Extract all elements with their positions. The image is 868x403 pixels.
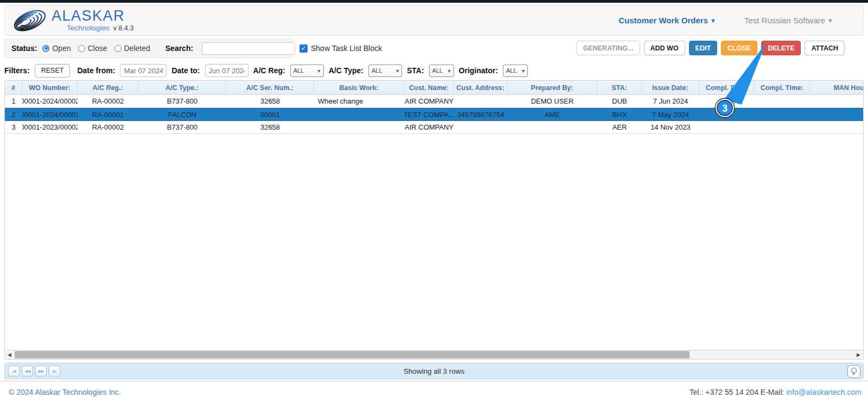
generating-button[interactable]: GENERATING...: [577, 41, 640, 55]
nav-customer-work-orders[interactable]: Customer Work Orders▼: [618, 16, 716, 25]
col-header[interactable]: Cust. Address:: [454, 81, 507, 94]
table-cell: AIR COMPANY: [404, 121, 454, 133]
user-menu-label: Test Russian Software: [744, 16, 825, 25]
table-cell: DUB: [597, 95, 642, 107]
table-cell: [810, 95, 864, 107]
scrollbar-thumb[interactable]: [15, 351, 690, 359]
filters-label: Filters:: [4, 66, 30, 75]
date-from-label: Date from:: [77, 66, 115, 75]
col-header[interactable]: #: [5, 81, 22, 94]
a-c-type-select[interactable]: ALL▾: [368, 65, 402, 77]
col-header[interactable]: A/C Type.:: [138, 81, 226, 94]
chevron-down-icon: ▼: [710, 17, 716, 24]
col-header[interactable]: A/C Ser. Num.:: [226, 81, 314, 94]
table-cell: 3: [5, 121, 22, 133]
status-option-label: Deleted: [124, 44, 150, 53]
action-button-group: GENERATING...ADD WOEDITCLOSEDELETEATTACH: [577, 41, 845, 55]
col-header[interactable]: Prepared By:: [507, 81, 597, 94]
chevron-down-icon: ▾: [396, 68, 399, 74]
table-cell: [810, 121, 864, 133]
table-cell: 32658: [226, 121, 314, 133]
reset-filters-button[interactable]: RESET: [35, 64, 71, 78]
col-header[interactable]: Basic Work:: [314, 81, 404, 94]
table-row[interactable]: 200001-2024/00001RA-00001FALCON00001TEST…: [5, 108, 864, 121]
header-bar: ALASKAR Technologies v 8.4.3 Customer Wo…: [4, 5, 864, 36]
col-header[interactable]: WO Number:: [22, 81, 78, 94]
originator-select[interactable]: ALL▾: [503, 65, 528, 77]
edit-button[interactable]: EDIT: [689, 41, 717, 55]
table-row[interactable]: 100001-2024/00002RA-00002B737-80032658Wh…: [5, 95, 864, 108]
col-header[interactable]: Issue Date:: [642, 81, 699, 94]
scroll-left-arrow-icon[interactable]: ◀: [5, 350, 14, 359]
col-header[interactable]: STA:: [597, 81, 642, 94]
table-cell: DEMO USER: [507, 95, 597, 107]
table-cell: FALCON: [138, 108, 226, 120]
col-header[interactable]: A/C Reg.:: [78, 81, 138, 94]
sta-select[interactable]: ALL▾: [429, 65, 454, 77]
copyright-link[interactable]: © 2024 Alaskar Technologies Inc.: [9, 388, 121, 396]
search-input[interactable]: [202, 42, 295, 55]
table-cell: B737-800: [138, 95, 226, 107]
table-cell: [454, 95, 507, 107]
table-cell: 7 Jun 2024: [642, 95, 699, 107]
delete-button[interactable]: DELETE: [761, 41, 801, 55]
select-value: ALL: [293, 67, 304, 74]
horizontal-scrollbar[interactable]: ◀ ▶: [5, 350, 863, 359]
col-header[interactable]: Compl. Time:: [755, 81, 810, 94]
date-from-input[interactable]: [120, 64, 167, 77]
select-value: ALL: [432, 67, 443, 74]
date-to-input[interactable]: [205, 64, 248, 77]
status-option-label: Close: [88, 44, 107, 53]
table-cell: RA-00002: [78, 121, 138, 133]
col-header[interactable]: Compl. Date:: [699, 81, 755, 94]
col-header[interactable]: Cust. Name:: [404, 81, 454, 94]
table-row[interactable]: 300001-2023/00002RA-00002B737-80032658AI…: [5, 121, 864, 134]
date-to-label: Date to:: [171, 66, 200, 75]
table-cell: RA-00001: [78, 108, 138, 120]
show-task-list-toggle[interactable]: ✓ Show Task List Block: [299, 39, 382, 58]
table-cell: RA-00002: [78, 95, 138, 107]
brand-name: ALASKAR: [52, 9, 133, 23]
sta-label: STA:: [407, 66, 424, 75]
work-orders-grid: #WO Number:A/C Reg.:A/C Type.:A/C Ser. N…: [4, 80, 864, 360]
checkbox-checked-icon[interactable]: ✓: [299, 44, 308, 53]
table-cell: TEST COMPA...: [404, 108, 454, 120]
status-radio-deleted[interactable]: Deleted: [114, 44, 150, 53]
close-button[interactable]: CLOSE: [721, 41, 757, 55]
radio-icon[interactable]: [42, 45, 49, 52]
table-cell: 00001-2024/00002: [22, 95, 78, 107]
table-cell: AME: [507, 108, 597, 120]
hint-button[interactable]: [847, 365, 860, 378]
email-link[interactable]: info@alaskartech.com: [786, 388, 861, 396]
add-wo-button[interactable]: ADD WO: [644, 41, 685, 55]
app-version: v 8.4.3: [113, 25, 134, 32]
table-cell: Wheel change: [314, 95, 404, 107]
table-cell: [507, 121, 597, 133]
status-radio-close[interactable]: Close: [78, 44, 107, 53]
a-c-type-label: A/C Type:: [329, 66, 363, 75]
radio-icon[interactable]: [78, 45, 85, 52]
status-radio-open[interactable]: Open: [42, 44, 71, 53]
table-cell: [755, 95, 810, 107]
status-toolbar: Status: OpenCloseDeleted Search:: [4, 39, 293, 58]
chevron-down-icon: ▾: [522, 68, 525, 74]
a-c-reg-select[interactable]: ALL▾: [290, 65, 324, 77]
grid-body: 100001-2024/00002RA-00002B737-80032658Wh…: [5, 95, 864, 134]
radio-icon[interactable]: [114, 45, 122, 52]
table-cell: [810, 108, 864, 120]
top-strip: [0, 0, 868, 3]
grid-header-row: #WO Number:A/C Reg.:A/C Type.:A/C Ser. N…: [5, 81, 864, 95]
scroll-right-arrow-icon[interactable]: ▶: [854, 350, 863, 359]
contact-info: Tel.: +372 55 14 204 E-Mail: info@alaska…: [690, 388, 861, 396]
lightbulb-icon: [850, 367, 858, 376]
a-c-reg-label: A/C Reg:: [253, 66, 285, 75]
user-menu[interactable]: Test Russian Software▼: [744, 16, 833, 25]
table-cell: 00001-2024/00001: [22, 108, 78, 120]
select-value: ALL: [372, 67, 382, 74]
table-cell: 32658: [226, 95, 314, 107]
attach-button[interactable]: ATTACH: [805, 41, 845, 55]
select-value: ALL: [506, 67, 517, 74]
col-header[interactable]: MAN Hours:: [810, 81, 864, 94]
table-cell: [755, 108, 810, 120]
pager-bar: |◀◀◀▶▶▶| Showing all 3 rows: [4, 363, 864, 379]
